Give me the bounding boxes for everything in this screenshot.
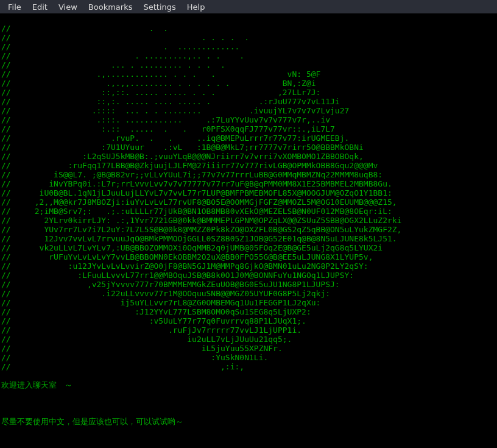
notice-message: 尽量不要使用中文，但是应该也可以，可以试试哟～ — [1, 417, 496, 426]
menu-view[interactable]: View — [53, 0, 83, 13]
ascii-art-block: // . . // . . . . . // — [1, 24, 496, 371]
blank-line — [1, 399, 496, 408]
blank-line — [1, 435, 496, 444]
menu-bookmarks[interactable]: Bookmarks — [83, 0, 138, 13]
welcome-message: 欢迎进入聊天室 ～ — [1, 380, 496, 389]
menubar: File Edit View Bookmarks Settings Help — [0, 0, 497, 13]
terminal-output[interactable]: // . . // . . . . . // — [0, 13, 497, 448]
menu-file[interactable]: File — [2, 0, 27, 13]
menu-settings[interactable]: Settings — [138, 0, 181, 13]
menu-help[interactable]: Help — [182, 0, 211, 13]
menu-edit[interactable]: Edit — [27, 0, 53, 13]
